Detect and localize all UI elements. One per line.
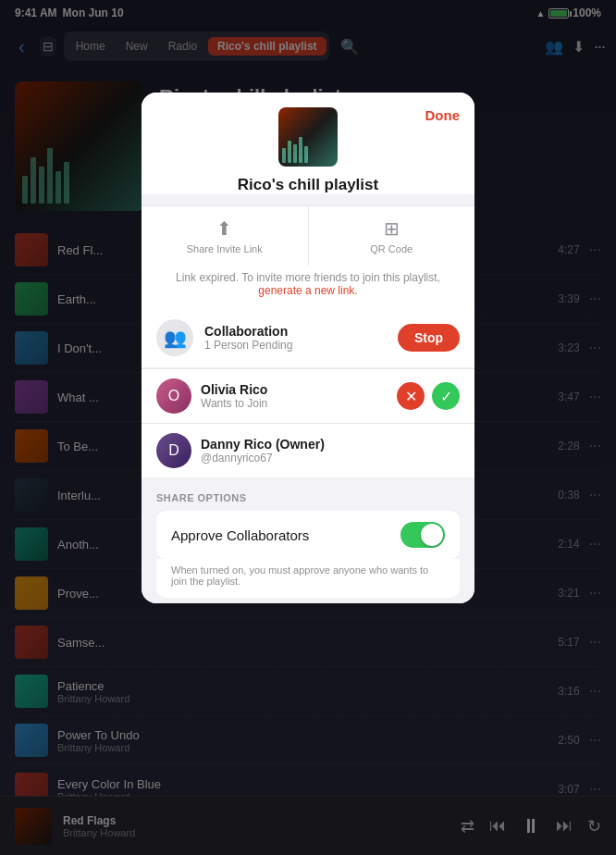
olivia-info: Olivia Rico Wants to Join <box>201 382 388 410</box>
stop-collaboration-button[interactable]: Stop <box>398 324 460 352</box>
danny-info: Danny Rico (Owner) @dannyrico67 <box>201 437 460 465</box>
qr-code-label: QR Code <box>370 243 413 254</box>
share-upload-icon: ⬆ <box>216 217 232 240</box>
modal-overlay: Done Rico's chill playlist ⬆ Share Invit… <box>0 0 616 855</box>
reject-olivia-button[interactable]: ✕ <box>397 382 425 410</box>
danny-avatar: D <box>156 433 191 468</box>
collaboration-info: Collaboration 1 Person Pending <box>204 324 387 352</box>
done-button[interactable]: Done <box>425 107 461 123</box>
collaboration-modal: Done Rico's chill playlist ⬆ Share Invit… <box>142 93 474 603</box>
modal-playlist-title: Rico's chill playlist <box>156 176 460 194</box>
qr-code-icon: ⊞ <box>384 217 400 240</box>
approve-collaborators-row: Approve Collaborators <box>156 511 460 559</box>
modal-art-bars <box>282 137 308 163</box>
danny-rico-row: D Danny Rico (Owner) @dannyrico67 <box>142 423 474 477</box>
approve-collaborators-label: Approve Collaborators <box>171 527 400 543</box>
qr-code-button[interactable]: ⊞ QR Code <box>309 206 475 266</box>
share-invite-link-button[interactable]: ⬆ Share Invite Link <box>142 206 309 266</box>
modal-header: Done Rico's chill playlist <box>142 93 474 194</box>
collaboration-row: 👥 Collaboration 1 Person Pending Stop <box>142 308 474 367</box>
collaboration-subtitle: 1 Person Pending <box>204 339 387 352</box>
olivia-status: Wants to Join <box>201 397 388 410</box>
danny-name: Danny Rico (Owner) <box>201 437 460 452</box>
share-options-row: ⬆ Share Invite Link ⊞ QR Code <box>142 205 474 266</box>
olivia-name: Olivia Rico <box>201 382 388 397</box>
share-options-label: SHARE OPTIONS <box>156 492 460 503</box>
generate-new-link[interactable]: generate a new link. <box>258 284 357 297</box>
modal-playlist-artwork <box>278 107 338 167</box>
link-expired-text: Link expired. To invite more friends to … <box>176 271 440 284</box>
share-invite-label: Share Invite Link <box>187 243 263 254</box>
toggle-knob <box>421 524 443 546</box>
link-expired-notice: Link expired. To invite more friends to … <box>142 266 474 308</box>
approve-toggle[interactable] <box>400 522 445 548</box>
olivia-rico-row: O Olivia Rico Wants to Join ✕ ✓ <box>142 368 474 423</box>
share-options-section: SHARE OPTIONS Approve Collaborators When… <box>142 477 474 603</box>
olivia-actions: ✕ ✓ <box>397 382 460 410</box>
approve-olivia-button[interactable]: ✓ <box>432 382 460 410</box>
collaboration-icon: 👥 <box>156 319 193 356</box>
olivia-avatar: O <box>156 378 191 414</box>
collaboration-title: Collaboration <box>204 324 387 339</box>
danny-handle: @dannyrico67 <box>201 452 460 465</box>
approve-description: When turned on, you must approve anyone … <box>156 559 460 598</box>
